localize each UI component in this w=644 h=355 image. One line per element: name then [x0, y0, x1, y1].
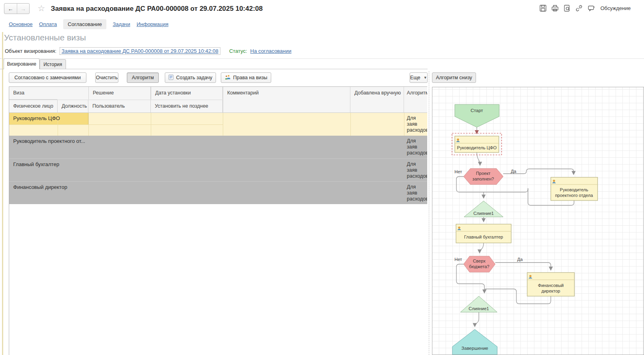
flow-node-end[interactable]: Завершение	[452, 329, 497, 355]
connector-accountant-decision2[interactable]	[480, 243, 484, 253]
table-row[interactable]: Главный бухгалтер Для заяв расходов	[9, 158, 427, 181]
visa-name: Руководитель проектного от...	[13, 138, 85, 144]
page-title: Заявка на расходование ДС РА00-000008 от…	[51, 3, 263, 14]
svg-text:Руководитель: Руководитель	[560, 187, 588, 192]
flowchart-canvas: Старт Руководитель ЦФО Проект заполнен? …	[432, 88, 644, 355]
dropdown-arrow-icon: ▼	[424, 76, 427, 80]
connector-yes2[interactable]	[495, 263, 551, 270]
panel-splitter[interactable]	[429, 71, 429, 355]
algorithm-flowchart-panel: Старт Руководитель ЦФО Проект заполнен? …	[432, 87, 644, 355]
flow-node-task-cfo[interactable]: Руководитель ЦФО	[455, 136, 499, 152]
col-header-person[interactable]: Физическое лицо	[9, 100, 58, 113]
svg-text:Главный бухгалтер: Главный бухгалтер	[464, 235, 503, 239]
visa-name: Руководитель ЦФО	[13, 115, 60, 121]
flow-node-decision-budget[interactable]: Сверх бюджета?	[464, 256, 495, 272]
flow-node-merge-1[interactable]: Слияние1	[464, 201, 503, 217]
nav-item-tasks[interactable]: Задачи	[113, 21, 130, 27]
history-nav-buttons: ← →	[4, 3, 30, 14]
col-header-date-set[interactable]: Дата установки	[151, 87, 223, 100]
algorithm-cell: Для заяв расходов	[404, 136, 427, 158]
section-nav: Основное Оплата Согласование Задачи Инфо…	[9, 18, 168, 30]
svg-text:Руководитель ЦФО: Руководитель ЦФО	[457, 145, 497, 150]
connector-merge2-end[interactable]	[475, 312, 479, 327]
object-row: Объект визирования: Заявка на расходован…	[5, 47, 292, 55]
visa-table: Виза Решение Дата установки Комментарий …	[9, 86, 427, 355]
discussion-icon[interactable]	[587, 4, 595, 12]
algorithm-button[interactable]: Алгоритм	[127, 72, 159, 83]
table-row[interactable]: Финансовый директор Для заяв расходов	[9, 181, 427, 204]
tab-history[interactable]: История	[40, 59, 66, 69]
svg-text:Сверх: Сверх	[473, 259, 486, 263]
flow-node-task-findir[interactable]: Финансовый директор	[527, 273, 574, 296]
create-task-button[interactable]: Создать задачу	[165, 72, 216, 83]
flow-node-task-accountant[interactable]: Главный бухгалтер	[456, 224, 511, 243]
section-title: Установленные визы	[4, 33, 86, 42]
connector-cfo-decision1[interactable]	[477, 152, 480, 165]
flow-node-merge-2[interactable]: Слияние1	[460, 296, 497, 312]
object-label: Объект визирования:	[5, 48, 56, 54]
nav-item-payment[interactable]: Оплата	[39, 21, 57, 27]
col-header-visa-spacer	[58, 87, 88, 100]
algorithm-cell: Для заяв расходов	[404, 159, 427, 181]
flow-node-decision-project[interactable]: Проект заполнен?	[464, 168, 503, 185]
svg-text:Слияние1: Слияние1	[469, 306, 489, 311]
svg-text:Слияние1: Слияние1	[474, 211, 494, 216]
nav-item-main[interactable]: Основное	[9, 21, 33, 27]
flow-node-start[interactable]: Старт	[455, 104, 499, 127]
form-left-accent	[2, 32, 3, 355]
save-icon[interactable]	[539, 4, 547, 12]
title-icons: Обсуждение	[539, 4, 631, 12]
more-button[interactable]: Еще▼	[410, 72, 428, 83]
svg-text:Финансовый: Финансовый	[538, 283, 564, 288]
tab-approval[interactable]: Визирование	[4, 58, 40, 69]
object-link[interactable]: Заявка на расходование ДС РА00-000008 от…	[62, 48, 218, 54]
forward-button[interactable]: →	[17, 4, 29, 14]
svg-text:Завершение: Завершение	[462, 346, 488, 351]
col-header-user[interactable]: Пользователь	[88, 100, 151, 113]
col-header-comment[interactable]: Комментарий	[223, 87, 350, 113]
table-row[interactable]: Руководитель ЦФО Для заяв расходов	[9, 113, 427, 136]
label-yes-1: Да	[511, 169, 516, 174]
svg-text:бюджета?: бюджета?	[469, 264, 490, 269]
col-header-position[interactable]: Должность	[58, 100, 88, 113]
col-header-algorithm[interactable]: Алгоритм	[404, 87, 427, 113]
svg-text:проектного отдела: проектного отдела	[555, 193, 594, 198]
flow-node-task-project[interactable]: Руководитель проектного отдела	[551, 177, 598, 201]
approve-with-comments-button[interactable]: Согласовано с замечаниями	[9, 72, 86, 83]
nav-item-approval[interactable]: Согласование	[63, 19, 106, 29]
svg-text:Старт: Старт	[470, 108, 483, 113]
preview-icon[interactable]	[563, 4, 571, 12]
algorithm-cell: Для заяв расходов	[404, 182, 427, 204]
object-link-box: Заявка на расходование ДС РА00-000008 от…	[60, 47, 220, 55]
svg-text:заполнен?: заполнен?	[472, 176, 494, 181]
nav-item-info[interactable]: Информация	[136, 21, 168, 27]
back-button[interactable]: ←	[4, 4, 17, 14]
link-icon[interactable]	[575, 4, 583, 12]
status-label: Статус:	[229, 48, 247, 54]
visa-rights-button[interactable]: Права на визы	[221, 72, 271, 83]
algorithm-cell: Для заяв расходов	[404, 113, 427, 136]
label-yes-2: Да	[517, 257, 523, 262]
svg-text:директор: директор	[542, 289, 560, 293]
clear-button[interactable]: Очистить	[95, 72, 118, 83]
dotted-separator	[0, 58, 644, 59]
col-header-set-no-later[interactable]: Установить не позднее	[151, 100, 223, 113]
label-no-2: Нет	[454, 257, 462, 262]
label-no-1: Нет	[454, 169, 462, 174]
algorithm-below-button[interactable]: Алгоритм снизу	[432, 72, 476, 83]
col-header-decision[interactable]: Решение	[88, 87, 151, 100]
favorite-star-icon[interactable]: ☆	[38, 4, 45, 13]
col-header-added-manually[interactable]: Добавлена вручную	[350, 87, 404, 113]
visa-name: Главный бухгалтер	[13, 161, 59, 167]
svg-text:Проект: Проект	[476, 171, 490, 176]
status-link[interactable]: На согласовании	[250, 48, 292, 54]
print-icon[interactable]	[551, 4, 559, 12]
people-icon	[225, 74, 231, 81]
task-document-icon	[168, 74, 174, 81]
table-row[interactable]: Руководитель проектного от... Для заяв р…	[9, 136, 427, 158]
tabstrip-line	[0, 69, 428, 69]
visa-name: Финансовый директор	[13, 184, 67, 190]
col-header-visa[interactable]: Виза	[9, 87, 58, 100]
discussion-label[interactable]: Обсуждение	[600, 5, 631, 11]
